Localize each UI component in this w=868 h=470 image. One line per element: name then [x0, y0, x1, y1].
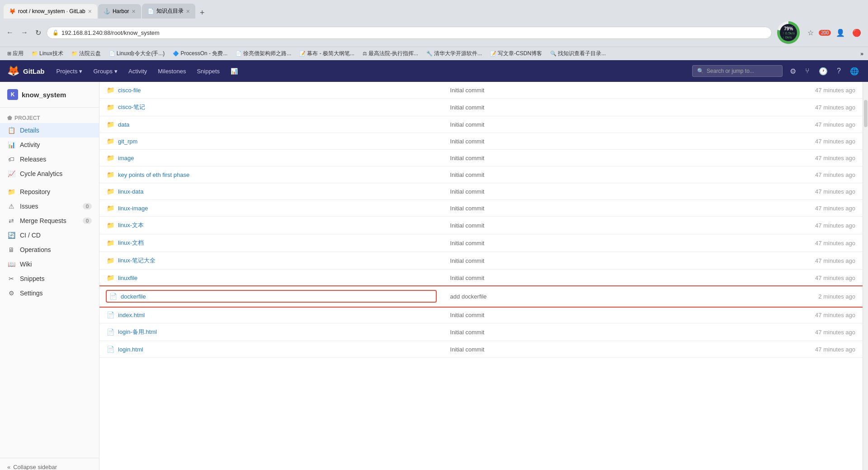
- new-tab-button[interactable]: +: [196, 7, 208, 19]
- forward-button[interactable]: →: [19, 27, 30, 38]
- bookmark-csdn[interactable]: 📝 写文章-CSDN博客: [487, 49, 545, 58]
- bookmark-mubu-label: 幕布 - 极简大纲笔...: [307, 50, 354, 57]
- status-number: 200: [819, 30, 831, 36]
- browser-tab-1[interactable]: 🦊 root / know_system · GitLab ×: [4, 4, 97, 19]
- bookmark-linux-cmd[interactable]: 📄 Linux命令大全(手...): [106, 49, 168, 58]
- sidebar-item-issues[interactable]: ⚠ Issues 0: [0, 199, 99, 214]
- nav-extra[interactable]: 📊: [226, 65, 242, 77]
- sidebar-item-settings[interactable]: ⚙ Settings: [0, 286, 99, 300]
- file-name-link[interactable]: 📁 data: [107, 121, 436, 128]
- table-row[interactable]: 📄 login.html Initial commit 47 minutes a…: [99, 341, 863, 358]
- file-commit-message: Initial commit: [450, 138, 485, 145]
- file-name-link[interactable]: 📁 key points of eth first phase: [107, 171, 436, 178]
- bookmark-apps[interactable]: ⊞ 应用: [5, 49, 26, 58]
- file-name-text: linux-笔记大全: [118, 256, 156, 265]
- bookmarks-more[interactable]: »: [860, 51, 863, 57]
- scrollbar-track[interactable]: [863, 82, 868, 470]
- table-row[interactable]: 📁 linuxfile Initial commit 47 minutes ag…: [99, 270, 863, 286]
- tab-close-3[interactable]: ×: [186, 8, 190, 15]
- file-name-link[interactable]: 📁 linuxfile: [107, 274, 436, 281]
- file-name-link[interactable]: 📄 dockerfile: [107, 291, 436, 302]
- file-name-link[interactable]: 📁 git_rpm: [107, 138, 436, 145]
- cycle-analytics-icon: 📈: [7, 170, 15, 177]
- scrollbar-thumb[interactable]: [864, 100, 868, 127]
- wiki-icon: 📖: [7, 261, 15, 268]
- file-name-link[interactable]: 📄 login-备用.html: [107, 328, 436, 336]
- extension-button[interactable]: 🔴: [850, 27, 863, 38]
- file-name-link[interactable]: 📁 cisco-file: [107, 86, 436, 94]
- table-row[interactable]: 📁 linux-文档 Initial commit 47 minutes ago: [99, 234, 863, 252]
- nav-projects[interactable]: Projects ▾: [52, 65, 87, 77]
- sidebar-item-activity[interactable]: 📊 Activity: [0, 138, 99, 152]
- bookmark-court[interactable]: ⚖ 最高法院-执行指挥...: [360, 49, 421, 58]
- sidebar-item-merge-requests[interactable]: ⇄ Merge Requests 0: [0, 214, 99, 228]
- header-clock-icon[interactable]: 🕐: [817, 65, 830, 77]
- header-help-icon[interactable]: ?: [835, 65, 843, 77]
- table-row[interactable]: 📁 linux-image Initial commit 47 minutes …: [99, 200, 863, 217]
- file-name-link[interactable]: 📁 linux-文本: [107, 221, 436, 229]
- header-search[interactable]: 🔍 Search or jump to...: [692, 65, 783, 77]
- file-name-link[interactable]: 📄 login.html: [107, 346, 436, 353]
- sidebar-item-ci-cd[interactable]: 🔄 CI / CD: [0, 228, 99, 242]
- bookmark-tsinghua[interactable]: 🔧 清华大学开源软件...: [424, 49, 485, 58]
- sidebar-item-snippets[interactable]: ✂ Snippets: [0, 271, 99, 286]
- sidebar-item-repository[interactable]: 📁 Repository: [0, 185, 99, 199]
- table-row[interactable]: 📁 linux-data Initial commit 47 minutes a…: [99, 183, 863, 200]
- file-name-link[interactable]: 📁 linux-image: [107, 204, 436, 212]
- file-timestamp: 47 minutes ago: [815, 275, 855, 281]
- sidebar-item-operations[interactable]: 🖥 Operations: [0, 242, 99, 257]
- table-row[interactable]: 📁 image Initial commit 47 minutes ago: [99, 150, 863, 166]
- gitlab-header: 🦊 GitLab Projects ▾ Groups ▾ Activity Mi…: [0, 60, 868, 82]
- nav-groups[interactable]: Groups ▾: [89, 65, 122, 77]
- table-row[interactable]: 📁 git_rpm Initial commit 47 minutes ago: [99, 133, 863, 150]
- file-timestamp: 47 minutes ago: [815, 138, 855, 145]
- file-name-link[interactable]: 📁 image: [107, 154, 436, 161]
- table-row[interactable]: 📄 dockerfile add dockerfile 2 minutes ag…: [99, 286, 863, 307]
- bookmark-court-cloud[interactable]: 📁 法院云盘: [69, 49, 104, 58]
- header-globe-icon[interactable]: 🌐: [848, 65, 861, 77]
- file-name-link[interactable]: 📁 linux-data: [107, 188, 436, 195]
- sidebar-item-wiki[interactable]: 📖 Wiki: [0, 257, 99, 271]
- browser-tab-3[interactable]: 📄 知识点目录 ×: [142, 4, 195, 19]
- collapse-sidebar-button[interactable]: « Collapse sidebar: [7, 464, 92, 470]
- speed-widget: 79% ↑ 0.5k/s ↓ 0k/s: [777, 21, 800, 44]
- file-name-text: cisco-笔记: [118, 103, 145, 111]
- table-row[interactable]: 📁 cisco-笔记 Initial commit 47 minutes ago: [99, 99, 863, 116]
- tab-close-2[interactable]: ×: [132, 8, 136, 15]
- nav-snippets[interactable]: Snippets: [192, 65, 224, 77]
- table-row[interactable]: 📄 login-备用.html Initial commit 47 minute…: [99, 323, 863, 341]
- address-bar[interactable]: 🔓 192.168.81.240:88/root/know_system: [47, 27, 772, 39]
- sidebar-item-cycle-analytics[interactable]: 📈 Cycle Analytics: [0, 166, 99, 181]
- table-row[interactable]: 📄 index.html Initial commit 47 minutes a…: [99, 307, 863, 323]
- bookmark-knowledge[interactable]: 🔍 找知识查看子目录...: [547, 49, 609, 58]
- file-name-link[interactable]: 📁 cisco-笔记: [107, 103, 436, 111]
- bookmark-star-button[interactable]: ☆: [805, 27, 816, 38]
- browser-tab-2[interactable]: ⚓ Harbor ×: [98, 4, 141, 19]
- bookmark-xuliang[interactable]: 📄 徐亮僧架构师之路...: [233, 49, 294, 58]
- table-row[interactable]: 📁 data Initial commit 47 minutes ago: [99, 116, 863, 133]
- sidebar-item-releases[interactable]: 🏷 Releases: [0, 152, 99, 166]
- nav-activity[interactable]: Activity: [124, 65, 151, 77]
- sidebar-cycle-analytics-label: Cycle Analytics: [20, 170, 62, 177]
- gitlab-logo[interactable]: 🦊 GitLab: [7, 65, 45, 77]
- nav-milestones[interactable]: Milestones: [153, 65, 190, 77]
- bookmark-mubu[interactable]: 📝 幕布 - 极简大纲笔...: [297, 49, 357, 58]
- file-name-link[interactable]: 📁 linux-文档: [107, 239, 436, 247]
- table-row[interactable]: 📁 linux-笔记大全 Initial commit 47 minutes a…: [99, 252, 863, 270]
- table-row[interactable]: 📁 cisco-file Initial commit 47 minutes a…: [99, 82, 863, 99]
- file-name-link[interactable]: 📁 linux-笔记大全: [107, 256, 436, 265]
- file-name-link[interactable]: 📄 index.html: [107, 311, 436, 318]
- user-avatar-button[interactable]: 👤: [834, 27, 847, 38]
- back-button[interactable]: ←: [5, 27, 15, 38]
- header-settings-icon[interactable]: ⚙: [788, 65, 798, 77]
- table-row[interactable]: 📁 linux-文本 Initial commit 47 minutes ago: [99, 217, 863, 234]
- main-layout: K know_system ⬟ Project 📋 Details 📊 Act: [0, 82, 868, 470]
- bookmark-processon[interactable]: 🔷 ProcessOn - 免费...: [170, 49, 230, 58]
- sidebar-item-details[interactable]: 📋 Details: [0, 123, 99, 138]
- refresh-button[interactable]: ↻: [33, 27, 43, 39]
- bookmark-linux-tech[interactable]: 📁 Linux技术: [29, 49, 66, 58]
- header-git-icon[interactable]: ⑂: [803, 65, 811, 77]
- tab-close-1[interactable]: ×: [88, 8, 92, 15]
- file-type-icon: 📁: [107, 188, 114, 195]
- table-row[interactable]: 📁 key points of eth first phase Initial …: [99, 166, 863, 183]
